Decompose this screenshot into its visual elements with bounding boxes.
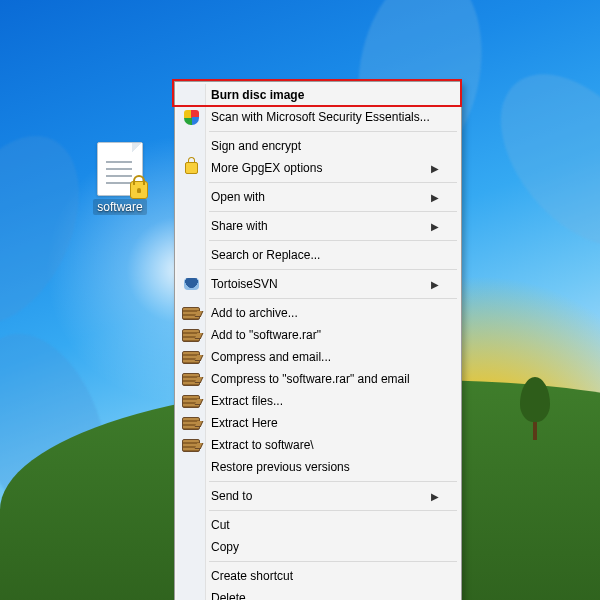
submenu-arrow-icon: ▶	[431, 491, 439, 502]
menu-separator	[209, 561, 457, 562]
menu-separator	[209, 131, 457, 132]
archive-icon	[182, 370, 200, 388]
menu-item-label: TortoiseSVN	[211, 277, 423, 291]
archive-icon	[182, 304, 200, 322]
lock-overlay-icon	[130, 181, 148, 199]
menu-separator	[209, 481, 457, 482]
menu-item-extract-to-software[interactable]: Extract to software\	[177, 434, 459, 456]
menu-item-extract-here[interactable]: Extract Here	[177, 412, 459, 434]
desktop-file-software[interactable]: software	[81, 142, 159, 220]
wallpaper-leaf	[470, 45, 600, 275]
menu-item-extract-files[interactable]: Extract files...	[177, 390, 459, 412]
archive-icon	[182, 436, 200, 454]
menu-item-scan-with-microsoft-security-essentials[interactable]: Scan with Microsoft Security Essentials.…	[177, 106, 459, 128]
menu-item-open-with[interactable]: Open with▶	[177, 186, 459, 208]
menu-item-compress-and-email[interactable]: Compress and email...	[177, 346, 459, 368]
desktop[interactable]: software Burn disc imageScan with Micros…	[0, 0, 600, 600]
menu-item-tortoisesvn[interactable]: TortoiseSVN▶	[177, 273, 459, 295]
menu-item-label: Create shortcut	[211, 569, 439, 583]
menu-item-add-to-software-rar[interactable]: Add to "software.rar"	[177, 324, 459, 346]
menu-separator	[209, 182, 457, 183]
menu-item-label: More GpgEX options	[211, 161, 423, 175]
menu-item-label: Send to	[211, 489, 423, 503]
menu-item-add-to-archive[interactable]: Add to archive...	[177, 302, 459, 324]
menu-item-burn-disc-image[interactable]: Burn disc image	[177, 84, 459, 106]
menu-item-label: Add to archive...	[211, 306, 439, 320]
menu-item-more-gpgex-options[interactable]: More GpgEX options▶	[177, 157, 459, 179]
menu-item-label: Scan with Microsoft Security Essentials.…	[211, 110, 439, 124]
menu-item-cut[interactable]: Cut	[177, 514, 459, 536]
menu-item-label: Extract to software\	[211, 438, 439, 452]
archive-icon	[182, 414, 200, 432]
menu-item-label: Burn disc image	[211, 88, 439, 102]
menu-item-label: Cut	[211, 518, 439, 532]
archive-icon	[182, 392, 200, 410]
archive-icon	[182, 326, 200, 344]
file-icon	[97, 142, 143, 196]
submenu-arrow-icon: ▶	[431, 163, 439, 174]
menu-separator	[209, 269, 457, 270]
menu-item-label: Copy	[211, 540, 439, 554]
shield-icon	[182, 108, 200, 126]
menu-item-share-with[interactable]: Share with▶	[177, 215, 459, 237]
wallpaper-tree	[520, 377, 550, 440]
menu-separator	[209, 240, 457, 241]
menu-separator	[209, 298, 457, 299]
file-label: software	[93, 199, 146, 215]
menu-item-restore-previous-versions[interactable]: Restore previous versions	[177, 456, 459, 478]
submenu-arrow-icon: ▶	[431, 221, 439, 232]
menu-item-label: Compress and email...	[211, 350, 439, 364]
menu-item-create-shortcut[interactable]: Create shortcut	[177, 565, 459, 587]
menu-item-label: Share with	[211, 219, 423, 233]
menu-separator	[209, 211, 457, 212]
menu-item-label: Open with	[211, 190, 423, 204]
submenu-arrow-icon: ▶	[431, 192, 439, 203]
menu-item-label: Compress to "software.rar" and email	[211, 372, 439, 386]
menu-item-label: Add to "software.rar"	[211, 328, 439, 342]
menu-item-search-or-replace[interactable]: Search or Replace...	[177, 244, 459, 266]
menu-item-label: Delete	[211, 591, 439, 600]
tortoisesvn-icon	[182, 275, 200, 293]
menu-item-sign-and-encrypt[interactable]: Sign and encrypt	[177, 135, 459, 157]
lock-icon	[182, 159, 200, 177]
menu-separator	[209, 510, 457, 511]
submenu-arrow-icon: ▶	[431, 279, 439, 290]
menu-item-compress-to-software-rar-and-email[interactable]: Compress to "software.rar" and email	[177, 368, 459, 390]
archive-icon	[182, 348, 200, 366]
menu-item-label: Extract files...	[211, 394, 439, 408]
menu-item-send-to[interactable]: Send to▶	[177, 485, 459, 507]
menu-item-label: Restore previous versions	[211, 460, 439, 474]
menu-item-label: Search or Replace...	[211, 248, 439, 262]
menu-item-delete[interactable]: Delete	[177, 587, 459, 600]
menu-item-label: Sign and encrypt	[211, 139, 439, 153]
menu-item-copy[interactable]: Copy	[177, 536, 459, 558]
menu-item-label: Extract Here	[211, 416, 439, 430]
context-menu: Burn disc imageScan with Microsoft Secur…	[174, 81, 462, 600]
